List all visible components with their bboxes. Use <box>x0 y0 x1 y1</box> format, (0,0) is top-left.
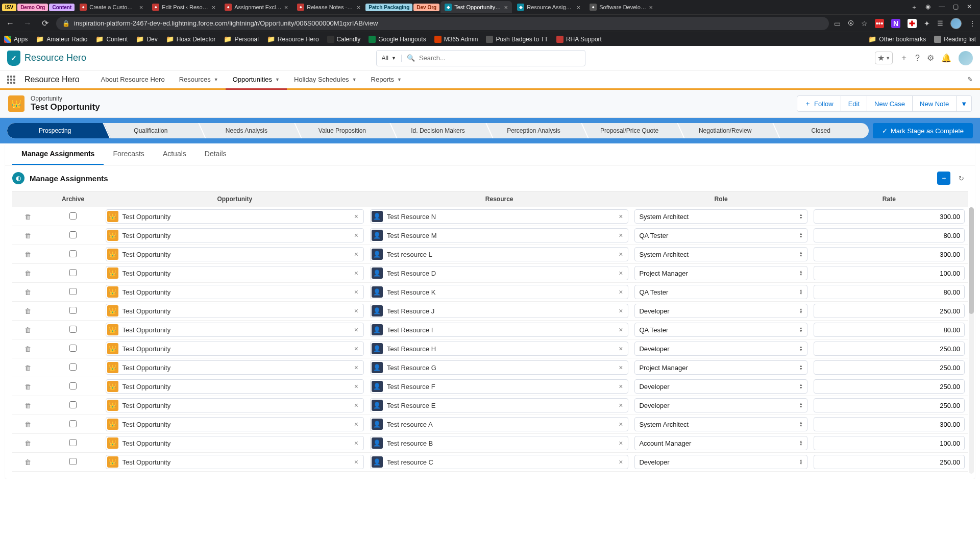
browser-tab[interactable]: ◆Resource Assignmen× <box>513 1 584 13</box>
clear-icon[interactable]: × <box>352 288 360 296</box>
opportunity-lookup[interactable]: 👑 Test Opportunity × <box>106 247 364 261</box>
browser-tab[interactable]: ISV <box>2 4 16 11</box>
archive-checkbox[interactable] <box>69 307 77 314</box>
rate-input[interactable] <box>814 455 965 469</box>
close-tab-icon[interactable]: × <box>649 4 653 11</box>
close-tab-icon[interactable]: × <box>284 4 288 11</box>
edit-button[interactable]: Edit <box>841 95 867 112</box>
rate-input[interactable] <box>814 209 965 224</box>
resource-lookup[interactable]: 👤 Test Resource H × <box>370 342 628 356</box>
rate-input[interactable] <box>814 417 965 431</box>
clear-icon[interactable]: × <box>352 401 360 409</box>
clear-icon[interactable]: × <box>617 458 625 466</box>
archive-checkbox[interactable] <box>69 345 77 352</box>
extension-icon[interactable]: ✚ <box>908 19 917 28</box>
close-window-icon[interactable]: ✕ <box>967 3 972 12</box>
archive-checkbox[interactable] <box>69 363 77 371</box>
clear-icon[interactable]: × <box>617 250 625 258</box>
browser-tab[interactable]: ●Create a Custom Ma× <box>76 1 147 13</box>
archive-checkbox[interactable] <box>69 439 77 446</box>
delete-row-button[interactable]: 🗑 <box>12 302 44 321</box>
resource-lookup[interactable]: 👤 Test Resource D × <box>370 266 628 280</box>
archive-checkbox[interactable] <box>69 458 77 465</box>
extensions-icon[interactable]: ✦ <box>924 19 930 28</box>
rate-input[interactable] <box>814 342 965 356</box>
archive-checkbox[interactable] <box>69 231 77 238</box>
new-note-button[interactable]: New Note <box>913 95 957 112</box>
opportunity-lookup[interactable]: 👑 Test Opportunity × <box>106 228 364 242</box>
new-tab-icon[interactable]: ＋ <box>911 3 917 12</box>
archive-checkbox[interactable] <box>69 269 77 276</box>
clear-icon[interactable]: × <box>352 363 360 372</box>
browser-tab[interactable]: Dev Org <box>413 4 439 11</box>
role-select[interactable]: QA Tester ▲▼ <box>634 228 807 242</box>
clear-icon[interactable]: × <box>617 401 625 409</box>
delete-row-button[interactable]: 🗑 <box>12 321 44 339</box>
rate-input[interactable] <box>814 285 965 299</box>
clear-icon[interactable]: × <box>617 307 625 315</box>
favorites-toggle[interactable]: ★▼ <box>875 52 893 64</box>
refresh-button[interactable]: ↻ <box>954 172 968 185</box>
rate-input[interactable] <box>814 247 965 261</box>
help-icon[interactable]: ? <box>915 54 920 63</box>
role-select[interactable]: System Architect ▲▼ <box>634 417 807 431</box>
nav-item[interactable]: Holiday Schedules▼ <box>287 70 364 90</box>
browser-tab[interactable]: Patch Packaging <box>365 4 412 11</box>
add-icon[interactable]: ＋ <box>900 53 908 63</box>
opportunity-lookup[interactable]: 👑 Test Opportunity × <box>106 417 364 431</box>
clear-icon[interactable]: × <box>352 382 360 391</box>
close-tab-icon[interactable]: × <box>577 4 581 11</box>
close-tab-icon[interactable]: × <box>504 4 508 11</box>
rate-input[interactable] <box>814 228 965 242</box>
role-select[interactable]: Developer ▲▼ <box>634 304 807 318</box>
cast-icon[interactable]: ▭ <box>834 19 841 28</box>
resource-lookup[interactable]: 👤 Test Resource G × <box>370 360 628 375</box>
extension-lastpass-icon[interactable]: ••• <box>875 19 884 28</box>
opportunity-lookup[interactable]: 👑 Test Opportunity × <box>106 436 364 450</box>
nav-item[interactable]: About Resource Hero <box>94 70 172 90</box>
clear-icon[interactable]: × <box>352 345 360 353</box>
nav-item[interactable]: Resources▼ <box>172 70 226 90</box>
resource-lookup[interactable]: 👤 Test Resource M × <box>370 228 628 242</box>
archive-checkbox[interactable] <box>69 401 77 408</box>
mark-complete-button[interactable]: ✓ Mark Stage as Complete <box>873 123 973 138</box>
search-input[interactable] <box>419 54 580 62</box>
rate-input[interactable] <box>814 304 965 318</box>
rate-input[interactable] <box>814 323 965 337</box>
detail-tab[interactable]: Manage Assignments <box>12 143 104 165</box>
opportunity-lookup[interactable]: 👑 Test Opportunity × <box>106 285 364 299</box>
rate-input[interactable] <box>814 398 965 412</box>
delete-row-button[interactable]: 🗑 <box>12 226 44 245</box>
rate-input[interactable] <box>814 266 965 280</box>
clear-icon[interactable]: × <box>352 307 360 315</box>
clear-icon[interactable]: × <box>352 250 360 258</box>
opportunity-lookup[interactable]: 👑 Test Opportunity × <box>106 209 364 224</box>
account-icon[interactable]: ◉ <box>925 3 930 12</box>
delete-row-button[interactable]: 🗑 <box>12 245 44 264</box>
clear-icon[interactable]: × <box>617 420 625 428</box>
detail-tab[interactable]: Actuals <box>154 143 195 165</box>
scrollbar[interactable] <box>969 207 974 474</box>
role-select[interactable]: Account Manager ▲▼ <box>634 436 807 450</box>
bookmark-item[interactable]: 📁Dev <box>136 35 157 43</box>
clear-icon[interactable]: × <box>617 326 625 334</box>
menu-icon[interactable]: ⋮ <box>969 19 976 28</box>
sidepanel-icon[interactable]: ☰ <box>937 19 943 27</box>
clear-icon[interactable]: × <box>352 269 360 277</box>
maximize-icon[interactable]: ▢ <box>953 3 959 12</box>
resource-lookup[interactable]: 👤 Test Resource K × <box>370 285 628 299</box>
browser-tab[interactable]: ●Software Developme× <box>585 1 657 13</box>
close-tab-icon[interactable]: × <box>139 4 143 11</box>
rate-input[interactable] <box>814 360 965 375</box>
delete-row-button[interactable]: 🗑 <box>12 207 44 226</box>
app-launcher-icon[interactable] <box>7 76 15 84</box>
star-icon[interactable]: ☆ <box>861 19 868 28</box>
resource-lookup[interactable]: 👤 Test resource L × <box>370 247 628 261</box>
bookmark-item[interactable]: Push Badges to TT <box>486 36 548 43</box>
role-select[interactable]: Project Manager ▲▼ <box>634 266 807 280</box>
clear-icon[interactable]: × <box>352 231 360 239</box>
resource-lookup[interactable]: 👤 Test Resource J × <box>370 304 628 318</box>
browser-tab[interactable]: Demo Org <box>17 4 48 11</box>
stage-item[interactable]: Id. Decision Makers <box>390 123 486 138</box>
bookmark-item[interactable]: 📁Amateur Radio <box>36 35 87 43</box>
